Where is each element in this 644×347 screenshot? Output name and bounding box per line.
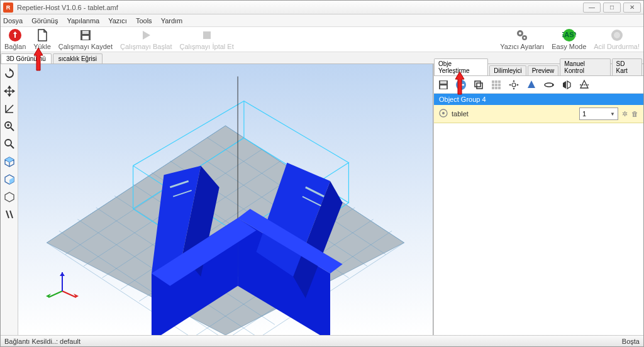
emergency-stop-label: Acil Durdurma! <box>594 43 640 50</box>
connect-label: Bağlan <box>4 43 26 50</box>
arrange-button[interactable] <box>489 78 503 92</box>
status-connection: Bağlantı Kesildi..: default <box>4 338 80 345</box>
add-object-button[interactable] <box>454 78 468 92</box>
svg-point-85 <box>512 83 516 87</box>
tab-sd-card[interactable]: SD Kart <box>612 58 642 75</box>
emergency-stop-icon <box>609 28 625 42</box>
tab-object-placement[interactable]: Obje Yerleştirme <box>434 58 488 75</box>
app-icon: R <box>3 3 13 13</box>
tab-3d-view[interactable]: 3D Görünümü <box>1 53 52 63</box>
save-job-label: Çalışmayı Kaydet <box>58 43 113 50</box>
svg-point-7 <box>519 32 521 35</box>
svg-rect-80 <box>495 84 497 86</box>
svg-marker-67 <box>60 272 65 276</box>
object-toolbar <box>434 76 643 94</box>
window-titlebar: R Repetier-Host V1.0.6 - tablet.amf — □ … <box>1 1 643 14</box>
viewport-tabs: 3D Görünümü sıcaklık Eğrisi <box>1 52 643 64</box>
svg-point-8 <box>524 37 526 39</box>
status-state: Boşta <box>622 338 640 345</box>
easy-icon: EASY <box>562 28 577 42</box>
menu-printer[interactable]: Yazıcı <box>108 17 127 25</box>
close-button[interactable]: ✕ <box>623 3 641 13</box>
copies-value: 1 <box>582 110 586 118</box>
object-row[interactable]: tablet 1 ▼ ✲ 🗑 <box>434 105 643 123</box>
svg-rect-82 <box>492 87 494 89</box>
tab-preview[interactable]: Preview <box>528 65 559 75</box>
iso-view-tool[interactable] <box>3 155 16 168</box>
rotate-button[interactable] <box>542 78 556 92</box>
easy-mode-label: Easy Mode <box>552 43 586 50</box>
svg-line-20 <box>10 211 13 218</box>
menu-config[interactable]: Yapılanma <box>67 17 99 25</box>
gears-icon <box>514 28 530 42</box>
svg-rect-78 <box>498 80 501 83</box>
object-name: tablet <box>452 110 575 118</box>
top-view-tool[interactable] <box>3 190 16 204</box>
svg-line-14 <box>11 128 14 131</box>
object-group-header[interactable]: Object Group 4 <box>434 94 643 105</box>
printer-settings-button[interactable]: Yazıcı Ayarları <box>500 28 544 50</box>
svg-rect-4 <box>203 31 211 39</box>
center-button[interactable] <box>507 78 521 92</box>
menu-help[interactable]: Yardım <box>161 17 183 25</box>
mirror-button[interactable] <box>560 78 574 92</box>
tab-temperature[interactable]: sıcaklık Eğrisi <box>53 53 103 63</box>
svg-rect-70 <box>440 85 447 89</box>
printer-settings-label: Yazıcı Ayarları <box>500 43 544 50</box>
save-plate-button[interactable] <box>436 78 450 92</box>
svg-rect-3 <box>82 36 89 40</box>
front-view-tool[interactable] <box>3 172 16 186</box>
svg-line-19 <box>6 211 9 218</box>
scale-button[interactable] <box>525 78 538 92</box>
menu-view[interactable]: Görünüş <box>31 17 58 25</box>
tab-slicer[interactable]: Dilimleyici <box>489 65 526 75</box>
svg-rect-75 <box>477 83 482 89</box>
main-toolbar: Bağlan Yükle Çalışmayı Kaydet Çalışmayı … <box>1 27 643 52</box>
svg-rect-74 <box>475 81 480 87</box>
right-panel-tabs: Obje Yerleştirme Dilimleyici Preview Man… <box>434 64 643 76</box>
svg-point-89 <box>442 112 445 114</box>
load-label: Yükle <box>33 43 51 50</box>
move-axis-tool[interactable] <box>3 102 16 116</box>
right-panel: Obje Yerleştirme Dilimleyici Preview Man… <box>433 64 643 335</box>
svg-rect-2 <box>82 31 89 34</box>
3d-viewport[interactable] <box>18 64 433 335</box>
svg-rect-81 <box>498 84 501 86</box>
emergency-stop-button[interactable]: Acil Durdurma! <box>594 28 640 50</box>
copy-object-button[interactable] <box>472 78 486 92</box>
chevron-down-icon: ▼ <box>610 111 615 117</box>
fit-tool[interactable] <box>3 137 16 151</box>
load-button[interactable]: Yükle <box>33 28 51 50</box>
menu-tools[interactable]: Tools <box>136 17 152 25</box>
cut-button[interactable] <box>577 78 591 92</box>
object-settings-icon[interactable]: ✲ <box>622 110 628 118</box>
zoom-tool[interactable] <box>3 119 16 133</box>
stop-square-icon <box>199 28 214 42</box>
svg-rect-76 <box>492 80 494 83</box>
start-job-label: Çalışmayı Başlat <box>120 43 172 50</box>
viewport-container <box>18 64 433 335</box>
svg-point-86 <box>545 83 553 87</box>
save-job-button[interactable]: Çalışmayı Kaydet <box>58 28 113 50</box>
tab-manual-control[interactable]: Manuel Kontrol <box>560 58 610 75</box>
maximize-button[interactable]: □ <box>603 3 621 13</box>
cancel-job-button[interactable]: Çalışmayı İptal Et <box>180 28 234 50</box>
svg-rect-69 <box>440 81 447 84</box>
refresh-tool[interactable] <box>3 67 16 80</box>
svg-rect-77 <box>495 80 497 83</box>
parallel-tool[interactable] <box>3 207 16 221</box>
play-icon <box>138 28 153 42</box>
easy-mode-button[interactable]: EASY Easy Mode <box>552 28 586 50</box>
svg-rect-84 <box>498 87 501 89</box>
object-delete-icon[interactable]: 🗑 <box>631 110 638 118</box>
start-job-button[interactable]: Çalışmayı Başlat <box>120 28 172 50</box>
connect-button[interactable]: Bağlan <box>4 28 26 50</box>
main-area: Obje Yerleştirme Dilimleyici Preview Man… <box>1 64 643 335</box>
document-icon <box>35 28 50 42</box>
menu-file[interactable]: Dosya <box>3 17 23 25</box>
copies-select[interactable]: 1 ▼ <box>579 107 618 120</box>
left-tool-strip <box>1 64 18 335</box>
svg-text:EASY: EASY <box>562 31 576 38</box>
minimize-button[interactable]: — <box>583 3 601 13</box>
move-tool[interactable] <box>3 84 16 98</box>
